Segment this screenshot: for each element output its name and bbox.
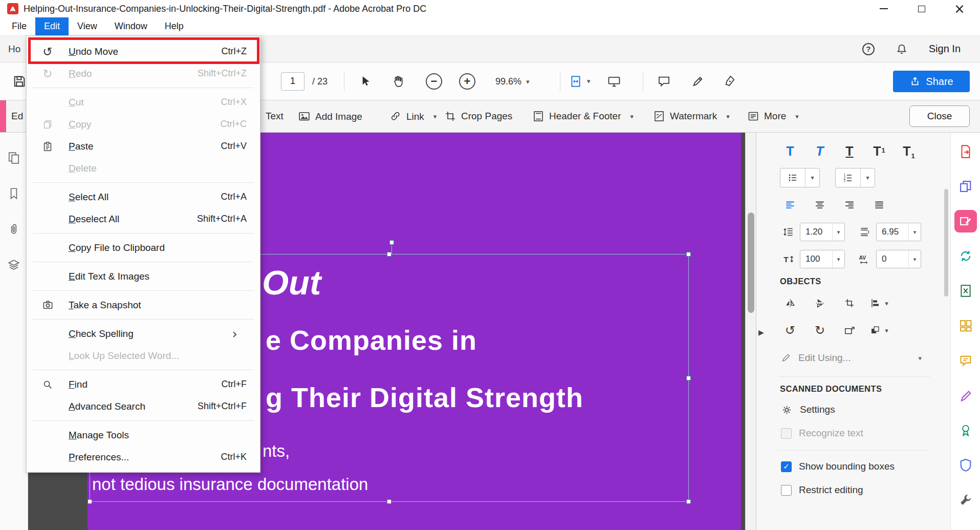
subscript-button[interactable]: T1	[899, 141, 919, 160]
flip-vertical-button[interactable]	[810, 293, 830, 313]
hand-tool-button[interactable]	[391, 74, 405, 88]
selection-handle[interactable]	[387, 252, 391, 257]
menu-item-find[interactable]: Find Ctrl+F	[27, 373, 260, 395]
page-number-input[interactable]	[281, 72, 304, 91]
menu-item-take-a-snapshot[interactable]: Take a Snapshot	[27, 294, 260, 316]
bookmarks-icon[interactable]	[7, 187, 20, 200]
export-pdf-icon[interactable]	[957, 143, 974, 160]
menu-item-copy[interactable]: Copy Ctrl+C	[27, 113, 260, 135]
numbered-list-dropdown[interactable]: 123 ▾	[835, 168, 875, 187]
add-text-button-partial[interactable]: Text	[266, 111, 284, 122]
page-thumbnails-icon[interactable]	[7, 151, 20, 164]
edit-using-row[interactable]: Edit Using... ▾	[781, 348, 922, 368]
comment-tool-icon[interactable]	[957, 352, 974, 369]
paragraph-spacing-combo[interactable]: 6.95 ▾	[876, 223, 921, 241]
flip-horizontal-button[interactable]	[780, 293, 800, 313]
save-button[interactable]	[12, 74, 27, 89]
header-footer-button[interactable]: Header & Footer ▾	[532, 110, 634, 122]
protect-icon[interactable]	[957, 456, 974, 474]
menu-item-check-spelling[interactable]: Check Spelling ›	[27, 323, 260, 345]
menu-item-paste[interactable]: Paste Ctrl+V	[27, 135, 260, 157]
settings-row[interactable]: Settings	[781, 401, 922, 418]
align-right-button[interactable]	[839, 195, 860, 215]
close-tool-button[interactable]: Close	[909, 105, 970, 127]
menu-item-advanced-search[interactable]: Advanced Search Shift+Ctrl+F	[27, 395, 260, 417]
page-fit-dropdown[interactable]: ▾	[569, 75, 591, 88]
layers-icon[interactable]	[7, 259, 20, 272]
vertical-scrollbar[interactable]	[745, 133, 756, 530]
menu-item-delete[interactable]: Delete	[27, 157, 260, 179]
selection-handle[interactable]	[387, 499, 391, 504]
menu-item-redo[interactable]: ↻ Redo Shift+Ctrl+Z	[27, 62, 260, 84]
align-left-button[interactable]	[780, 195, 800, 215]
bold-button[interactable]: T	[780, 141, 800, 160]
zoom-in-button[interactable]: +	[459, 73, 475, 90]
selection-handle[interactable]	[686, 499, 691, 504]
align-justify-button[interactable]	[869, 195, 889, 215]
underline-button[interactable]: T	[839, 141, 860, 160]
notifications-bell-icon[interactable]	[895, 43, 908, 56]
recognize-text-checkbox[interactable]	[781, 428, 792, 439]
menu-item-cut[interactable]: Cut Ctrl+X	[27, 91, 260, 113]
comment-button[interactable]	[657, 74, 671, 88]
create-pdf-icon[interactable]	[957, 178, 974, 195]
menu-item-preferences[interactable]: Preferences... Ctrl+K	[27, 446, 260, 468]
character-spacing-combo[interactable]: 0 ▾	[876, 250, 921, 268]
show-bounding-boxes-checkbox[interactable]: ✓	[781, 461, 792, 472]
enhance-scans-icon[interactable]	[957, 247, 974, 265]
help-icon[interactable]: ?	[862, 43, 875, 55]
menu-item-look-up-selected-word[interactable]: Look Up Selected Word...	[27, 345, 260, 367]
rotate-left-button[interactable]: ↺	[780, 321, 800, 340]
sign-in-button[interactable]: Sign In	[929, 43, 961, 55]
selection-handle[interactable]	[88, 499, 92, 504]
italic-button[interactable]: T	[810, 141, 830, 160]
link-button[interactable]: Link ▾	[389, 110, 437, 123]
menu-view[interactable]: View	[69, 17, 106, 35]
select-tool-button[interactable]	[358, 75, 372, 88]
add-image-button[interactable]: Add Image	[298, 110, 362, 123]
attachments-paperclip-icon[interactable]	[7, 223, 20, 236]
menu-item-select-all[interactable]: Select All Ctrl+A	[27, 186, 260, 208]
panel-scrollbar-thumb[interactable]	[944, 189, 948, 296]
minimize-button[interactable]	[877, 2, 891, 16]
more-tools-wrench-icon[interactable]	[957, 491, 974, 508]
menu-item-copy-file-to-clipboard[interactable]: Copy File to Clipboard	[27, 237, 260, 259]
selection-handle[interactable]	[686, 376, 691, 380]
menu-item-manage-tools[interactable]: Manage Tools	[27, 424, 260, 446]
menu-item-edit-text-images[interactable]: Edit Text & Images	[27, 265, 260, 287]
selection-handle[interactable]	[686, 252, 691, 257]
watermark-button[interactable]: Watermark ▾	[653, 110, 730, 122]
line-spacing-combo[interactable]: 1.20 ▾	[800, 223, 845, 241]
display-mode-button[interactable]	[607, 74, 621, 89]
export-excel-icon[interactable]	[957, 282, 974, 300]
align-objects-dropdown[interactable]: ▾	[869, 293, 889, 313]
maximize-button[interactable]	[914, 2, 929, 16]
menu-help[interactable]: Help	[156, 17, 192, 35]
certificates-icon[interactable]	[957, 421, 974, 439]
arrange-objects-dropdown[interactable]: ▾	[869, 321, 889, 340]
menu-file[interactable]: File	[3, 17, 35, 35]
fill-sign-icon[interactable]	[957, 387, 974, 404]
panel-collapse-arrow[interactable]: ▶	[758, 328, 764, 336]
rotate-right-button[interactable]: ↻	[810, 321, 830, 340]
zoom-out-button[interactable]: −	[426, 73, 442, 90]
restrict-editing-checkbox[interactable]	[781, 485, 792, 496]
menu-window[interactable]: Window	[106, 17, 156, 35]
bulleted-list-dropdown[interactable]: ▾	[780, 168, 820, 187]
zoom-level-dropdown[interactable]: 99.6% ▾	[495, 76, 530, 87]
selection-handle[interactable]	[389, 240, 394, 245]
more-button[interactable]: More ▾	[747, 110, 799, 122]
share-button[interactable]: Share	[893, 71, 970, 92]
crop-object-button[interactable]	[839, 293, 860, 313]
align-center-button[interactable]	[810, 195, 830, 215]
menu-edit[interactable]: Edit	[35, 17, 69, 35]
close-window-button[interactable]: ×	[952, 2, 967, 16]
menu-item-deselect-all[interactable]: Deselect All Shift+Ctrl+A	[27, 208, 260, 230]
organize-pages-icon[interactable]	[957, 317, 974, 334]
tab-home-partial[interactable]: Ho	[8, 44, 20, 55]
crop-pages-button[interactable]: Crop Pages	[444, 110, 512, 122]
highlight-button[interactable]	[691, 74, 705, 88]
edit-pdf-icon[interactable]	[954, 210, 977, 232]
scrollbar-thumb[interactable]	[748, 213, 754, 313]
replace-image-button[interactable]	[839, 321, 860, 340]
